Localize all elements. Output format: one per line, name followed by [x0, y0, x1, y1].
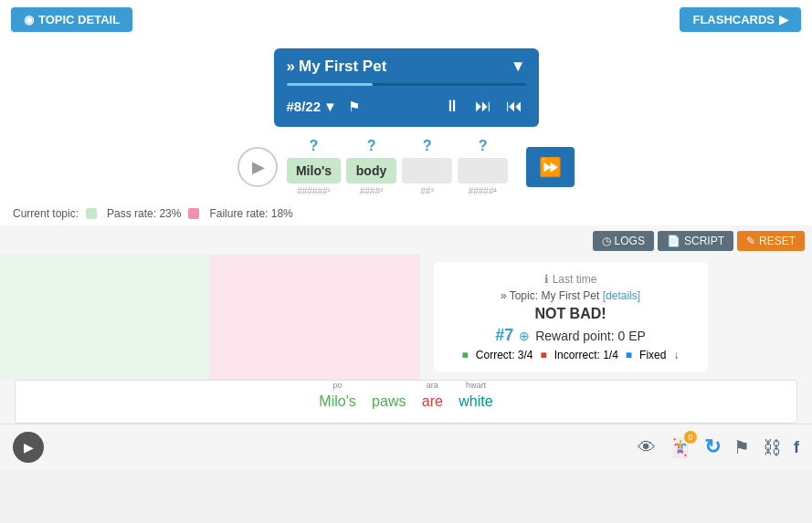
stats-bar: Current topic: Pass rate: 23% Failure ra…: [0, 202, 812, 225]
next-button[interactable]: ⏭: [471, 95, 495, 118]
play-circle-button[interactable]: ▶: [237, 147, 278, 187]
word-hash-1: ######¹: [297, 186, 331, 196]
word-box-4[interactable]: [458, 158, 508, 183]
fixed-arrow: ↓: [673, 349, 679, 361]
fail-rate: Failure rate: 18%: [209, 207, 292, 220]
score-row: ■ Correct: 3/4 ■ Incorrect: 1/4 ■ Fixed …: [448, 349, 693, 361]
logs-label: LOGS: [615, 235, 645, 247]
reward-icon: ⊕: [519, 329, 530, 343]
quiz-area: ▶ ? Milo's ######¹ ? body ####² ? ##³: [0, 127, 812, 202]
correct-text: Correct: 3/4: [476, 349, 533, 361]
link-icon[interactable]: ⛓: [763, 437, 781, 458]
script-icon: 📄: [667, 235, 680, 247]
facebook-icon[interactable]: f: [794, 438, 799, 457]
word-annotation-4: hwart: [466, 381, 486, 390]
script-label: SCRIPT: [684, 235, 724, 247]
bottom-icons: 👁 🃏 0 ↻ ⚑ ⛓ f: [638, 435, 799, 459]
logs-icon: ◷: [602, 235, 611, 247]
rating-text: NOT BAD!: [448, 306, 693, 322]
last-time-box: ℹ Last time » Topic: My First Pet [detai…: [434, 262, 708, 372]
reset-button[interactable]: ✎ RESET: [737, 231, 805, 251]
question-mark-4: ?: [479, 138, 488, 154]
center-column: ℹ Last time » Topic: My First Pet [detai…: [420, 255, 721, 380]
word-slot-1: ? Milo's ######¹: [287, 138, 341, 196]
stats-label: Current topic:: [13, 207, 79, 220]
word-box-3[interactable]: [402, 158, 452, 183]
word-slot-3: ? ##³: [402, 138, 452, 196]
player-progress-bar: [287, 83, 526, 86]
topic-detail-label: TOPIC DETAIL: [38, 13, 120, 26]
player-title: My First Pet: [299, 58, 511, 76]
player-dropdown-icon[interactable]: ▼: [511, 58, 526, 76]
player-progress-fill: [287, 83, 373, 86]
flashcards-icon: ▶: [779, 13, 788, 26]
pass-rate: Pass rate: 23%: [107, 207, 181, 220]
word-hash-3: ##³: [420, 186, 433, 196]
sentence-word-2: paws: [372, 393, 406, 410]
word-hash-2: ####²: [360, 186, 384, 196]
info-icon: ℹ: [544, 273, 549, 286]
hash-number: #7: [495, 326, 513, 345]
refresh-icon[interactable]: ↻: [704, 435, 721, 459]
pink-column: [210, 255, 420, 380]
word-box-1[interactable]: Milo's: [287, 158, 341, 183]
reset-label: RESET: [759, 235, 796, 247]
player-card: » My First Pet ▼ #8/22 ▼ ⚑ ⏸ ⏭ ⏮: [274, 48, 539, 127]
word-slots: ? Milo's ######¹ ? body ####² ? ##³ ? ##…: [287, 138, 508, 196]
play-small-icon: ▶: [24, 440, 34, 455]
word-slot-4: ? #####⁴: [458, 138, 508, 196]
eye-icon[interactable]: 👁: [638, 437, 656, 458]
player-forward-icon: »: [287, 58, 295, 76]
card-icon[interactable]: 🃏 0: [669, 436, 691, 458]
result-area: ◷ LOGS 📄 SCRIPT ✎ RESET ℹ Last time » To…: [0, 225, 812, 470]
question-mark-3: ?: [423, 138, 432, 154]
fast-forward-button[interactable]: ⏩: [526, 147, 575, 187]
play-icon: ▶: [252, 157, 265, 177]
word-hash-4: #####⁴: [469, 186, 498, 196]
word-box-2[interactable]: body: [346, 158, 396, 183]
script-button[interactable]: 📄 SCRIPT: [658, 231, 733, 251]
right-column: [721, 255, 812, 380]
sentence-word-3: ara are: [422, 393, 443, 410]
reset-icon: ✎: [746, 235, 755, 247]
flashcards-label: FLASHCARDS: [692, 13, 775, 26]
last-time-title: ℹ Last time: [448, 273, 693, 286]
question-mark-2: ?: [367, 138, 376, 154]
flag-icon[interactable]: ⚑: [733, 436, 750, 458]
player-number[interactable]: #8/22 ▼: [287, 99, 337, 114]
flashcards-button[interactable]: FLASHCARDS ▶: [680, 7, 801, 32]
sentence-area: po Milo's paws ara are hwart white: [15, 380, 797, 424]
fixed-score: ■: [626, 349, 632, 361]
restart-button[interactable]: ⏮: [502, 95, 526, 118]
pass-dot: [86, 208, 97, 219]
topic-ref: » Topic: My First Pet [details]: [448, 289, 693, 302]
word-annotation-1: po: [333, 381, 343, 390]
incorrect-text: Incorrect: 1/4: [554, 349, 618, 361]
player-flag[interactable]: ⚑: [348, 99, 360, 115]
pause-button[interactable]: ⏸: [440, 95, 464, 118]
action-buttons: ◷ LOGS 📄 SCRIPT ✎ RESET: [0, 225, 812, 255]
green-column: [0, 255, 210, 380]
sentence-word-4: hwart white: [459, 393, 492, 410]
play-small-button[interactable]: ▶: [13, 432, 44, 463]
reward-text: Reward point: 0 EP: [535, 329, 646, 343]
word-slot-2: ? body ####²: [346, 138, 396, 196]
topic-detail-button[interactable]: ◉ TOPIC DETAIL: [11, 7, 132, 32]
word-annotation-3: ara: [427, 381, 438, 390]
card-badge: 0: [684, 431, 697, 444]
fail-dot: [188, 208, 199, 219]
details-link[interactable]: [details]: [603, 289, 640, 302]
correct-score: ■: [462, 349, 469, 361]
fixed-text: Fixed: [639, 349, 666, 361]
sentence-word-1: po Milo's: [319, 393, 355, 410]
player-number-drop: ▼: [323, 99, 337, 114]
reward-row: #7 ⊕ Reward point: 0 EP: [448, 326, 693, 345]
logs-button[interactable]: ◷ LOGS: [593, 231, 654, 251]
bottom-bar: ▶ 👁 🃏 0 ↻ ⚑ ⛓ f: [0, 424, 812, 470]
incorrect-score: ■: [541, 349, 547, 361]
result-columns: ℹ Last time » Topic: My First Pet [detai…: [0, 255, 812, 380]
question-mark-1: ?: [310, 138, 319, 154]
topic-detail-icon: ◉: [24, 13, 34, 26]
